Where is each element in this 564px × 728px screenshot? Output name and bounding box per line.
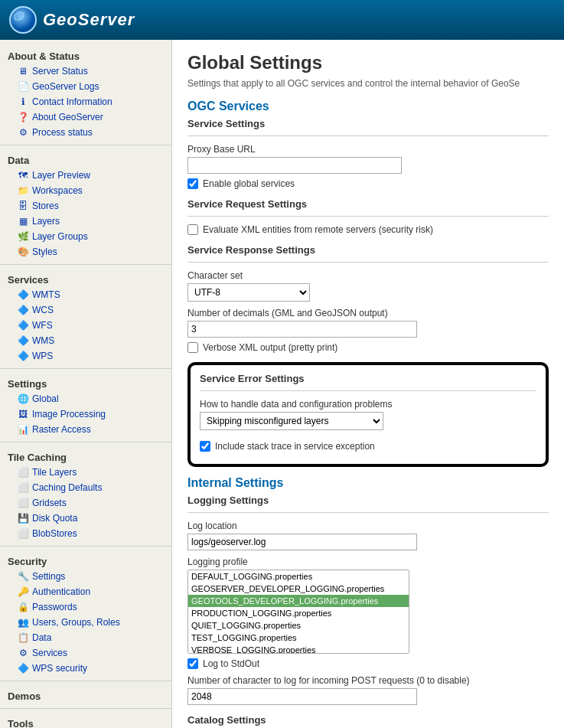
- wps-icon: 🔷: [17, 350, 29, 362]
- logging-profile-select[interactable]: DEFAULT_LOGGING.properties GEOSERVER_DEV…: [187, 570, 409, 654]
- sidebar-item-security-services[interactable]: ⚙ Services: [0, 645, 171, 661]
- raster-icon: 📊: [17, 423, 29, 436]
- verbose-xml-checkbox[interactable]: [187, 342, 198, 353]
- decimals-label: Number of decimals (GML and GeoJSON outp…: [187, 308, 549, 318]
- sidebar-item-contact[interactable]: ℹ Contact Information: [0, 94, 171, 109]
- proxy-base-url-label: Proxy Base URL: [187, 144, 549, 155]
- main-layout: About & Status 🖥 Server Status 📄 GeoServ…: [0, 40, 564, 728]
- logo-text: GeoServer: [43, 10, 135, 30]
- sidebar-item-security-data[interactable]: 📋 Data: [0, 630, 171, 645]
- sidebar-section-tile-caching: Tile Caching: [0, 447, 171, 465]
- logging-settings-header: Logging Settings: [187, 495, 549, 506]
- sidebar-item-wps-security[interactable]: 🔷 WPS security: [0, 661, 171, 676]
- sidebar-item-server-status[interactable]: 🖥 Server Status: [0, 64, 171, 79]
- sidebar-section-services: Services: [0, 269, 171, 287]
- header: GeoServer: [0, 0, 564, 40]
- users-icon: 👥: [17, 616, 29, 628]
- global-icon: 🌐: [17, 393, 29, 405]
- sidebar-item-users-groups-roles[interactable]: 👥 Users, Groups, Roles: [0, 615, 171, 630]
- sidebar-item-layers[interactable]: ▦ Layers: [0, 214, 171, 229]
- service-response-section: Service Response Settings Character set …: [187, 244, 549, 353]
- decimals-input[interactable]: [187, 321, 417, 338]
- log-profile-geotools: GEOTOOLS_DEVELOPER_LOGGING.properties: [188, 595, 409, 607]
- sidebar-item-styles[interactable]: 🎨 Styles: [0, 244, 171, 260]
- wms-icon: 🔷: [17, 335, 29, 347]
- error-how-label: How to handle data and configuration pro…: [200, 399, 536, 410]
- logo-globe-icon: [9, 6, 37, 34]
- service-response-header: Service Response Settings: [187, 244, 549, 256]
- log-profile-verbose: VERBOSE_LOGGING.properties: [188, 644, 409, 654]
- log-profile-production: PRODUCTION_LOGGING.properties: [188, 607, 409, 619]
- layer-preview-icon: 🗺: [17, 169, 29, 181]
- tile-layers-icon: ⬜: [17, 466, 29, 478]
- security-settings-icon: 🔧: [17, 570, 29, 583]
- sidebar-section-about: About & Status: [0, 46, 171, 64]
- doc-icon: 📄: [17, 80, 29, 93]
- sidebar-item-wmts[interactable]: 🔷 WMTS: [0, 287, 171, 302]
- ogc-services-section: OGC Services Service Settings Proxy Base…: [187, 100, 549, 189]
- log-stdout-label: Log to StdOut: [203, 658, 259, 669]
- service-request-header: Service Request Settings: [187, 198, 549, 210]
- sidebar-item-authentication[interactable]: 🔑 Authentication: [0, 584, 171, 599]
- log-profile-test: TEST_LOGGING.properties: [188, 632, 409, 644]
- stack-trace-label: Include stack trace in service exception: [215, 441, 375, 452]
- disk-quota-icon: 💾: [17, 512, 29, 524]
- sidebar-item-layer-preview[interactable]: 🗺 Layer Preview: [0, 168, 171, 183]
- verbose-xml-label: Verbose XML output (pretty print): [203, 342, 337, 353]
- wfs-icon: 🔷: [17, 319, 29, 331]
- sidebar-item-gridsets[interactable]: ⬜ Gridsets: [0, 495, 171, 511]
- process-icon: ⚙: [17, 126, 29, 139]
- sidebar-item-stores[interactable]: 🗄 Stores: [0, 198, 171, 214]
- layer-groups-icon: 🌿: [17, 230, 29, 243]
- sidebar-item-passwords[interactable]: 🔒 Passwords: [0, 599, 171, 615]
- sidebar-item-disk-quota[interactable]: 💾 Disk Quota: [0, 511, 171, 526]
- wcs-icon: 🔷: [17, 304, 29, 316]
- log-location-input[interactable]: [187, 534, 417, 550]
- content-area: Global Settings Settings that apply to a…: [172, 40, 564, 728]
- catalog-settings-header: Catalog Settings: [187, 714, 549, 726]
- enable-global-services-label: Enable global services: [203, 178, 295, 189]
- sidebar-item-blobstores[interactable]: ⬜ BlobStores: [0, 526, 171, 541]
- workspace-icon: 📁: [17, 184, 29, 197]
- charset-select[interactable]: UTF-8 ISO-8859-1 US-ASCII: [187, 283, 310, 302]
- proxy-base-url-input[interactable]: [187, 157, 402, 174]
- sidebar-item-wps[interactable]: 🔷 WPS: [0, 348, 171, 364]
- log-stdout-checkbox[interactable]: [187, 658, 198, 669]
- authentication-icon: 🔑: [17, 586, 29, 598]
- sidebar-item-workspaces[interactable]: 📁 Workspaces: [0, 183, 171, 198]
- sidebar-item-tile-layers[interactable]: ⬜ Tile Layers: [0, 465, 171, 480]
- sidebar-item-process-status[interactable]: ⚙ Process status: [0, 125, 171, 140]
- enable-global-services-row: Enable global services: [187, 178, 549, 189]
- post-request-input[interactable]: [187, 688, 417, 705]
- gridsets-icon: ⬜: [17, 497, 29, 509]
- sidebar-item-image-processing[interactable]: 🖼 Image Processing: [0, 406, 171, 422]
- stack-trace-row: Include stack trace in service exception: [200, 441, 536, 452]
- enable-global-services-checkbox[interactable]: [187, 178, 198, 189]
- sidebar-section-security: Security: [0, 551, 171, 569]
- log-profile-geoserver: GEOSERVER_DEVELOPER_LOGGING.properties: [188, 583, 409, 595]
- internal-settings-section: Internal Settings Logging Settings Log l…: [187, 476, 549, 726]
- security-services-icon: ⚙: [17, 647, 29, 659]
- sidebar-item-security-settings[interactable]: 🔧 Settings: [0, 569, 171, 584]
- logging-profile-label: Logging profile: [187, 557, 549, 567]
- ogc-services-header: OGC Services: [187, 100, 549, 115]
- sidebar-item-about[interactable]: ❓ About GeoServer: [0, 109, 171, 125]
- sidebar-section-data: Data: [0, 150, 171, 168]
- blobstores-icon: ⬜: [17, 527, 29, 540]
- sidebar-item-geoserver-logs[interactable]: 📄 GeoServer Logs: [0, 79, 171, 94]
- sidebar-item-wcs[interactable]: 🔷 WCS: [0, 302, 171, 318]
- sidebar-item-layer-groups[interactable]: 🌿 Layer Groups: [0, 229, 171, 244]
- wps-security-icon: 🔷: [17, 662, 29, 674]
- evaluate-xml-row: Evaluate XML entities from remote server…: [187, 224, 549, 235]
- sidebar-section-tools: Tools: [0, 713, 171, 728]
- wmts-icon: 🔷: [17, 289, 29, 301]
- evaluate-xml-checkbox[interactable]: [187, 224, 198, 235]
- error-mode-select[interactable]: Skipping misconfigured layers Halt on al…: [200, 412, 383, 430]
- stack-trace-checkbox[interactable]: [200, 441, 210, 452]
- evaluate-xml-label: Evaluate XML entities from remote server…: [203, 224, 433, 235]
- sidebar-item-global[interactable]: 🌐 Global: [0, 391, 171, 406]
- sidebar-item-raster-access[interactable]: 📊 Raster Access: [0, 422, 171, 437]
- sidebar-item-wms[interactable]: 🔷 WMS: [0, 333, 171, 348]
- sidebar-item-caching-defaults[interactable]: ⬜ Caching Defaults: [0, 480, 171, 495]
- sidebar-item-wfs[interactable]: 🔷 WFS: [0, 318, 171, 333]
